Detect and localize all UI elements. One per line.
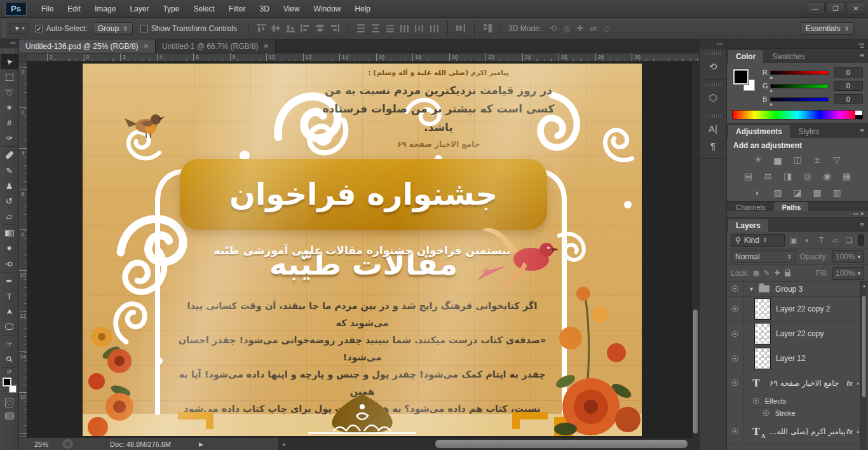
align-right-edges-icon[interactable] [329, 24, 340, 33]
align-bottom-edges-icon[interactable] [285, 24, 296, 33]
workspace-switcher[interactable]: Essentials ⇕ [801, 22, 854, 35]
dock-collapse-icon[interactable]: »» [727, 39, 868, 49]
dodge-tool[interactable]: ⚲ [0, 256, 18, 271]
minimize-button[interactable]: — [806, 2, 825, 15]
menu-item[interactable]: Window [307, 0, 348, 18]
fx-badge[interactable]: fx [846, 379, 853, 387]
pen-tool[interactable]: ✒ [0, 273, 18, 289]
selective-color-icon[interactable]: ▥ [830, 187, 844, 198]
gradient-map-icon[interactable]: ▩ [810, 187, 824, 198]
group-expand-icon[interactable]: ▼ [749, 286, 754, 292]
vertical-scrollbar[interactable] [691, 62, 699, 437]
menu-item[interactable]: 3D [252, 0, 276, 18]
filter-smart-objects-icon[interactable]: ❏ [844, 236, 854, 245]
menu-item[interactable]: File [34, 0, 60, 18]
move-tool[interactable]: ➤ [1, 54, 18, 69]
tab-color[interactable]: Color [728, 50, 763, 63]
3d-slide-icon[interactable]: ⇄ [590, 24, 597, 33]
visibility-eye-icon[interactable]: ☉ [727, 371, 743, 395]
panel-collapse-icon[interactable]: «« [853, 211, 858, 217]
tab-layers[interactable]: Layers [728, 219, 768, 232]
screen-mode-button[interactable] [5, 412, 14, 419]
tab-swatches[interactable]: Swatches [764, 50, 813, 63]
lock-image-icon[interactable]: ✎ [764, 269, 770, 277]
layer-name[interactable]: Group 3 [775, 285, 803, 294]
layer-name[interactable]: جامع الاخبار صفحه ۶۹ [770, 379, 839, 388]
hand-tool[interactable]: ☞ [0, 336, 18, 351]
menu-item[interactable]: Image [88, 0, 123, 18]
effects-collapse-icon[interactable]: ▴ [857, 380, 859, 386]
photo-filter-icon[interactable]: ◎ [801, 170, 815, 182]
effects-row[interactable]: ☉ Effects [727, 395, 868, 407]
show-transform-checkbox[interactable] [140, 25, 148, 32]
threshold-icon[interactable]: ◪ [790, 187, 804, 198]
filter-kind-dropdown[interactable]: ⚲ Kind ⇕ [731, 234, 785, 247]
zoom-tool[interactable]: ⚲ [0, 351, 18, 367]
brush-tool[interactable]: ✎ [0, 163, 18, 178]
visibility-eye-icon[interactable]: ☉ [727, 419, 743, 443]
filter-type-layers-icon[interactable]: T [817, 236, 827, 245]
tab-styles[interactable]: Styles [791, 125, 827, 138]
visibility-eye-icon[interactable]: ☉ [727, 322, 743, 346]
slider-thumb-icon[interactable]: ▲ [769, 88, 774, 93]
color-spectrum-ramp[interactable] [732, 110, 863, 119]
layer-row[interactable]: ☉ Layer 22 copy 2 [727, 297, 868, 322]
shape-tool[interactable] [0, 319, 18, 334]
levels-icon[interactable]: ▅ [771, 154, 785, 165]
doc-status-icon[interactable]: ▤ [62, 439, 73, 449]
layer-thumbnail[interactable] [755, 299, 770, 319]
align-left-edges-icon[interactable] [300, 24, 311, 33]
distribute-right-edges-icon[interactable] [429, 24, 440, 33]
scroll-up-icon[interactable]: ▲ [861, 282, 867, 288]
effects-label[interactable]: Effects [765, 397, 786, 405]
crop-tool[interactable]: # [0, 115, 18, 130]
distribute-top-edges-icon[interactable] [356, 24, 367, 33]
brightness-contrast-icon[interactable]: ☀ [751, 154, 765, 165]
lock-position-icon[interactable]: ✚ [774, 269, 780, 277]
healing-brush-tool[interactable] [0, 147, 18, 163]
restore-button[interactable]: ❐ [826, 2, 845, 15]
layers-scrollbar-thumb[interactable] [862, 296, 866, 397]
stroke-label[interactable]: Stroke [775, 409, 796, 417]
3d-panel-icon[interactable]: ⬡ [700, 89, 726, 107]
filter-shape-layers-icon[interactable]: ▱ [830, 236, 840, 245]
green-value[interactable]: 0 [834, 81, 863, 91]
menu-item[interactable]: Filter [222, 0, 253, 18]
document-tab-inactive[interactable]: Untitled-1 @ 66.7% (RGB/8) ✕ [156, 39, 276, 53]
foreground-color-swatch[interactable] [3, 378, 11, 386]
horizontal-scrollbar[interactable]: ◂ [278, 437, 691, 450]
3d-roll-icon[interactable]: ◎ [563, 24, 570, 33]
filter-toggle-switch[interactable] [858, 235, 864, 246]
red-slider[interactable]: ▲ [770, 71, 829, 75]
visibility-eye-icon[interactable]: ☉ [727, 297, 743, 321]
fx-badge[interactable]: fx [846, 428, 853, 435]
clone-stamp-tool[interactable]: ♟ [0, 178, 18, 193]
type-tool[interactable]: T [0, 289, 18, 304]
scroll-left-icon[interactable]: ◂ [282, 441, 285, 447]
document-tab-active[interactable]: Untitled-136.psd @ 25% (RGB/8) ✕ [19, 39, 156, 53]
layer-row-group[interactable]: ☉ ▼ Group 3 [727, 282, 868, 297]
visibility-eye-icon[interactable]: ☉ [752, 397, 759, 406]
distribute-horizontal-spacing-icon[interactable] [456, 24, 466, 33]
align-horizontal-centers-icon[interactable] [315, 24, 325, 33]
canvas[interactable]: پیامبر اکرم (صلی الله علیه و آله وسلم) :… [83, 64, 642, 436]
blue-slider[interactable]: ▲ [770, 97, 829, 102]
layers-scrollbar[interactable]: ▲ [860, 282, 867, 449]
foreground-swatch[interactable] [733, 69, 749, 85]
black-swatch[interactable] [855, 115, 862, 119]
color-lookup-icon[interactable]: ▦ [840, 170, 854, 182]
visibility-eye-icon[interactable]: ☉ [727, 346, 743, 371]
auto-select-checkbox[interactable]: ✓ [35, 25, 43, 32]
layer-name[interactable]: Layer 12 [776, 354, 806, 363]
filter-adjustment-layers-icon[interactable]: ◐ [803, 236, 813, 245]
zoom-level[interactable]: 25% [34, 440, 48, 448]
layer-thumbnail[interactable] [755, 324, 770, 344]
swap-colors-icon[interactable]: ⇄ [0, 369, 18, 375]
eyedropper-tool[interactable]: ✑ [0, 130, 18, 146]
layer-name[interactable]: Layer 22 copy [776, 329, 824, 338]
close-icon[interactable]: ✕ [144, 43, 149, 50]
3d-drag-icon[interactable]: ✚ [576, 24, 583, 33]
blend-mode-dropdown[interactable]: Normal ⇕ [731, 250, 796, 263]
black-white-icon[interactable]: ◨ [781, 170, 795, 182]
menu-item[interactable]: Layer [123, 0, 156, 18]
